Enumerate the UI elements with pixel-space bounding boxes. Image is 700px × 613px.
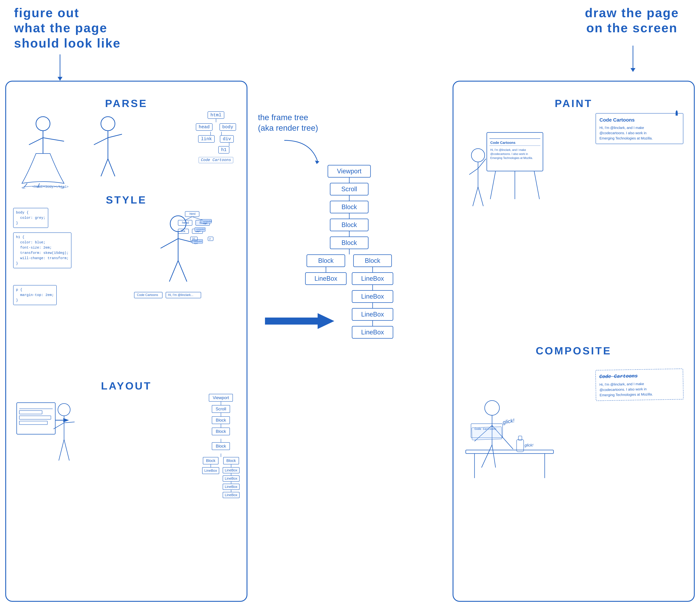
head-node: head — [196, 123, 212, 131]
linebox-right-2: LineBox — [352, 290, 393, 303]
div-node: div — [220, 135, 234, 143]
svg-text:link: link — [181, 230, 185, 233]
svg-text:h1: h1 — [193, 237, 195, 240]
svg-rect-53 — [19, 421, 47, 425]
scroll-node: Scroll — [330, 183, 368, 195]
card-pin-icon — [676, 110, 678, 116]
svg-marker-62 — [265, 313, 334, 329]
svg-point-67 — [471, 148, 485, 162]
parse-illustration: <head><body></html> — [11, 110, 134, 188]
svg-text:computed: computed — [196, 228, 205, 230]
svg-rect-79 — [466, 450, 554, 454]
body-node: body — [220, 123, 236, 131]
svg-rect-51 — [19, 410, 42, 414]
svg-line-89 — [492, 445, 495, 468]
top-right-heading: draw the pageon the screen — [585, 5, 679, 36]
svg-line-72 — [478, 187, 483, 206]
svg-line-58 — [59, 440, 64, 460]
svg-line-3 — [43, 138, 64, 141]
viewport-node: Viewport — [328, 165, 371, 178]
svg-line-88 — [481, 445, 492, 468]
svg-line-70 — [469, 168, 478, 174]
top-left-heading: figure outwhat the pageshould look like — [14, 5, 121, 51]
svg-text:Hi, I'm @linclark, and I make: Hi, I'm @linclark, and I make — [490, 148, 526, 152]
style-section: STYLE body { color: grey; } h1 { color: … — [6, 194, 247, 211]
svg-text:style: style — [194, 242, 198, 244]
linebox-right-1: LineBox — [352, 272, 393, 285]
curved-arrow-icon — [279, 137, 323, 168]
composite-card-text: Hi, I'm @linclark, and I make @codecarto… — [599, 380, 680, 398]
svg-point-0 — [36, 117, 50, 131]
svg-point-8 — [101, 117, 115, 131]
style-code-h1: h1 { color: blue; font-size: 2em; transf… — [13, 233, 72, 268]
parse-section: PARSE <head><body></html> — [6, 89, 247, 109]
svg-line-11 — [108, 134, 122, 138]
layout-tree: Viewport Scroll Block Block Block Block … — [202, 394, 239, 498]
frame-tree-label: the frame tree(aka render tree) — [258, 112, 318, 133]
linebox-left: LineBox — [305, 272, 347, 285]
composite-card-title: Code Cartoons — [599, 372, 679, 380]
big-arrow-right-icon — [265, 312, 335, 331]
style-code-p: p { margin-top: 2em; } — [13, 285, 57, 305]
paint-heading: PAINT — [555, 97, 593, 109]
paint-card: Code Cartoons Hi, I'm @linclark, and I m… — [596, 113, 683, 144]
svg-text:p: p — [209, 237, 211, 240]
svg-text:glick!: glick! — [524, 443, 533, 447]
svg-line-65 — [534, 171, 540, 199]
arrow-down-left-icon — [60, 54, 60, 77]
svg-text:style: style — [196, 230, 200, 232]
svg-line-29 — [185, 217, 192, 220]
svg-line-2 — [29, 138, 43, 145]
svg-line-16 — [160, 239, 178, 248]
style-code-body: body { color: grey; } — [13, 208, 48, 228]
block-node-2: Block — [330, 219, 368, 231]
svg-text:html: html — [190, 212, 195, 216]
parse-heading: PARSE — [105, 97, 147, 109]
svg-text:Hi, I'm @linclark...: Hi, I'm @linclark... — [168, 293, 193, 297]
layout-section: LAYOUT — [6, 380, 247, 397]
svg-rect-93 — [472, 427, 502, 440]
layout-illustration — [11, 394, 99, 517]
svg-text:<head><body></html>: <head><body></html> — [33, 185, 68, 188]
svg-rect-49 — [17, 403, 55, 434]
composite-section: COMPOSITE Code Cartoons Hi, I'm @linclar… — [453, 345, 694, 364]
linebox-right-4: LineBox — [352, 326, 393, 339]
paint-card-title: Code Cartoons — [599, 116, 679, 124]
composite-illustration: glick! Code Cartoons — [457, 380, 571, 503]
svg-text:style: style — [203, 222, 207, 224]
code-cartoons-parse-label: Code Cartoons — [199, 157, 233, 163]
svg-line-57 — [64, 422, 75, 423]
svg-line-69 — [478, 159, 486, 168]
block-left: Block — [307, 255, 345, 267]
svg-text:Emerging Technologies at Mozil: Emerging Technologies at Mozilla. — [490, 156, 533, 159]
svg-line-18 — [169, 261, 178, 282]
page: figure outwhat the pageshould look like … — [0, 0, 700, 613]
style-heading: STYLE — [106, 194, 147, 206]
linebox-right-3: LineBox — [352, 308, 393, 321]
arrow-down-right-icon — [633, 45, 633, 68]
svg-line-12 — [101, 159, 108, 176]
svg-marker-61 — [315, 160, 319, 164]
right-panel: PAINT Code Cartoons Hi, I'm @linclark, a… — [453, 81, 695, 602]
svg-text:@codecartoons. I also work in: @codecartoons. I also work in — [490, 153, 528, 155]
svg-line-71 — [473, 187, 478, 206]
svg-line-64 — [490, 171, 495, 199]
svg-point-84 — [485, 401, 500, 415]
block-right: Block — [353, 255, 392, 267]
h1-node: h1 — [218, 146, 229, 154]
svg-text:Code Cartoons: Code Cartoons — [490, 141, 515, 145]
paint-section: PAINT Code Cartoons Hi, I'm @linclark, a… — [453, 89, 694, 117]
composite-heading: COMPOSITE — [536, 345, 611, 357]
left-panel: PARSE <head><body></html> — [5, 81, 247, 602]
svg-rect-63 — [487, 132, 543, 171]
dom-tree: html head body link div — [196, 112, 236, 163]
svg-line-59 — [64, 440, 69, 460]
svg-rect-83 — [518, 436, 522, 440]
style-illustration: html head body computed style link div c… — [117, 208, 239, 313]
paint-card-text: Hi, I'm @linclark, and I make @codecarto… — [599, 125, 679, 141]
composite-card: Code Cartoons Hi, I'm @linclark, and I m… — [596, 369, 683, 400]
svg-line-30 — [192, 217, 203, 220]
svg-line-10 — [94, 138, 108, 145]
svg-text:head: head — [182, 221, 189, 224]
svg-line-13 — [108, 159, 115, 176]
